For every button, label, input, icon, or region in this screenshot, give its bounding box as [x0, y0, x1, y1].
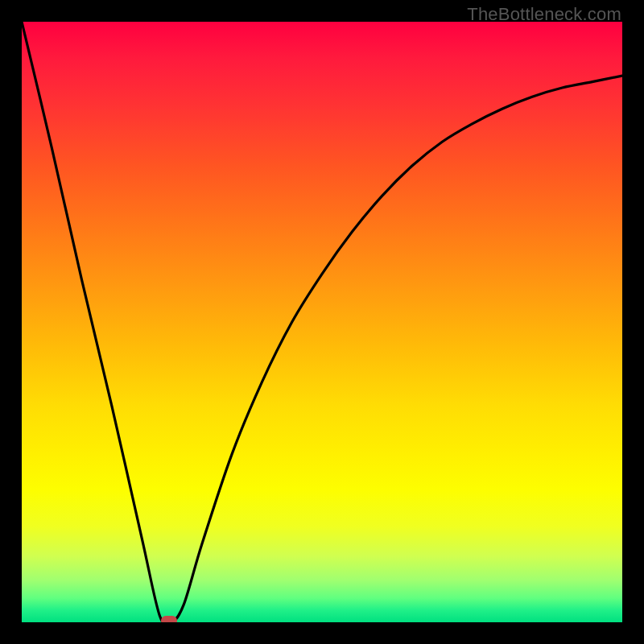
bottleneck-curve — [22, 22, 622, 622]
chart-container: TheBottleneck.com — [0, 0, 644, 644]
plot-area — [22, 22, 622, 622]
curve-svg — [22, 22, 622, 622]
minimum-marker — [161, 616, 177, 622]
